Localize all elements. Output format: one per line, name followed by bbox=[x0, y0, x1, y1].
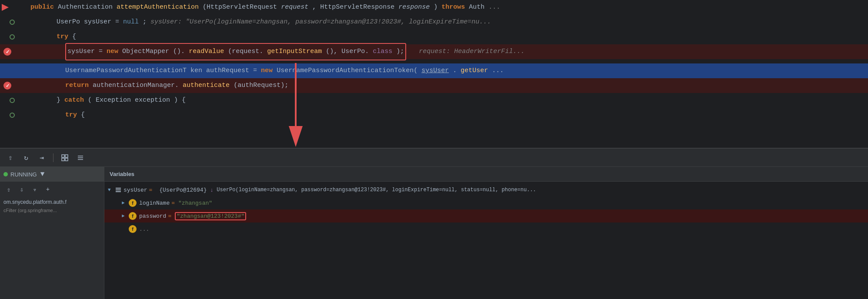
line-code-6: UsernamePasswordAuthenticationT ken auth… bbox=[26, 63, 868, 78]
usernamepassword-ctor: UsernamePasswordAuthenticationToken( bbox=[277, 67, 417, 74]
var-row-password[interactable]: ► f password = "zhangsan@123!2023#" bbox=[104, 209, 868, 223]
password-value: "zhangsan@123!2023#" bbox=[177, 213, 244, 219]
semicolon-2: ; bbox=[143, 18, 150, 26]
code-line-6: UsernamePasswordAuthenticationT ken auth… bbox=[0, 63, 868, 78]
token-text: ken authRequest bbox=[190, 67, 253, 74]
auth-args: (authRequest); bbox=[234, 82, 288, 89]
code-line-7: ✓ return authenticationManager. authenti… bbox=[0, 78, 868, 93]
status-indicator bbox=[3, 172, 8, 176]
class-field: class bbox=[373, 48, 392, 55]
parens2: (), UserPo. bbox=[326, 48, 369, 55]
last-icon: f bbox=[129, 225, 137, 233]
exception-type-8: Exception bbox=[96, 96, 135, 104]
expand-password[interactable]: ► bbox=[122, 213, 129, 219]
debug-thread-name: om.snycedu.platform.auth.f bbox=[0, 197, 104, 207]
sysuser-value: {UserPo@12694} bbox=[156, 187, 210, 193]
loginname-value: "zhangsan" bbox=[178, 200, 212, 206]
userpo-type: UserPo bbox=[57, 18, 84, 26]
code-line-1: public Authentication attemptAuthenticat… bbox=[0, 0, 868, 15]
semicolon-4: ); bbox=[396, 48, 404, 55]
indent-6 bbox=[30, 67, 65, 74]
getinputstream: getInputStream bbox=[267, 48, 322, 55]
list-icon bbox=[77, 154, 84, 161]
gutter-4: ✓ bbox=[0, 44, 26, 59]
keyword-public: public bbox=[30, 3, 58, 11]
nav-up-btn[interactable]: ⇧ bbox=[3, 184, 14, 195]
status-dropdown-arrow[interactable]: ▼ bbox=[40, 170, 45, 178]
exception-type: Auth bbox=[469, 3, 484, 11]
svg-rect-9 bbox=[116, 188, 121, 189]
indent-3 bbox=[30, 33, 57, 40]
try-keyword: try bbox=[57, 33, 72, 40]
catch-close: ) { bbox=[174, 96, 186, 104]
param-request: request bbox=[281, 3, 308, 11]
sysuser-assign: sysUser bbox=[67, 48, 99, 55]
debug-nav-buttons: ⇧ ⇩ ▿ + bbox=[0, 182, 104, 197]
line-connector-9 bbox=[10, 113, 15, 118]
code-line-3: try { bbox=[0, 30, 868, 44]
svg-rect-4 bbox=[62, 158, 64, 161]
sysuser-comment: sysUser: "UserPo(loginName=zhangsan, pas… bbox=[150, 18, 491, 26]
svg-rect-5 bbox=[65, 158, 68, 161]
nav-add-btn[interactable]: + bbox=[43, 184, 53, 195]
auth-manager: authenticationManager. bbox=[93, 82, 179, 89]
sysuser-full-value: UserPo(loginName=zhangsan, password=zhan… bbox=[214, 187, 536, 193]
param-response: response bbox=[398, 3, 430, 11]
gutter-8 bbox=[0, 93, 26, 108]
gutter-6 bbox=[0, 63, 26, 78]
method-name: attemptAuthentication bbox=[117, 3, 199, 11]
exception-var: exception bbox=[135, 96, 170, 104]
return-keyword: return bbox=[65, 82, 93, 89]
code-line-5 bbox=[0, 59, 868, 63]
line-connector-3 bbox=[10, 34, 15, 40]
var-row-loginname[interactable]: ► f loginName = "zhangsan" bbox=[104, 196, 868, 209]
sysuser-name: sysUser bbox=[124, 187, 147, 193]
execution-arrow bbox=[2, 4, 9, 11]
paren-close: ) bbox=[434, 3, 441, 11]
grid-icon bbox=[61, 154, 68, 161]
sysuser-var: sysUser bbox=[84, 18, 115, 26]
debug-toolbar: ⇧ ↻ ⇥ bbox=[0, 149, 868, 167]
sysuser-getuser: sysUser bbox=[421, 67, 449, 74]
sysuser-list-icon bbox=[115, 187, 122, 193]
paren-open: (HttpServletRequest bbox=[203, 3, 281, 11]
expand-loginname[interactable]: ► bbox=[122, 200, 129, 206]
list-var-icon bbox=[115, 187, 121, 193]
gutter-1 bbox=[0, 0, 26, 15]
gutter-2 bbox=[0, 15, 26, 30]
comma: , HttpServletResponse bbox=[312, 3, 398, 11]
debug-panel: ⇧ ↻ ⇥ RUNNING ▼ bbox=[0, 148, 868, 299]
breakpoint-7: ✓ bbox=[3, 82, 11, 90]
expand-sysuser[interactable]: ▼ bbox=[108, 187, 115, 193]
new-kw-6: new bbox=[261, 67, 277, 74]
debug-status-row[interactable]: RUNNING ▼ bbox=[0, 167, 104, 182]
step-over-btn[interactable]: ⇥ bbox=[36, 152, 48, 164]
truncated-6: ... bbox=[492, 67, 504, 74]
gutter-9 bbox=[0, 108, 26, 123]
catch-args: ( bbox=[88, 96, 92, 104]
grid-btn[interactable] bbox=[59, 152, 71, 164]
indent-8 bbox=[30, 96, 57, 104]
loginname-name: loginName bbox=[139, 200, 170, 206]
nav-filter-btn[interactable]: ▿ bbox=[30, 184, 40, 195]
objectmapper: ObjectMapper bbox=[122, 48, 169, 55]
line-connector-2 bbox=[10, 20, 15, 25]
list-btn[interactable] bbox=[74, 152, 87, 164]
password-icon: f bbox=[129, 212, 137, 220]
code-line-8: } catch ( Exception exception ) { bbox=[0, 93, 868, 108]
line-code-4: sysUser = new ObjectMapper (). readValue… bbox=[26, 43, 868, 60]
svg-rect-10 bbox=[116, 189, 121, 190]
password-name: password bbox=[139, 213, 166, 219]
loginname-icon: f bbox=[129, 199, 137, 207]
var-row-last[interactable]: f ... bbox=[104, 223, 868, 236]
nav-down-btn[interactable]: ⇩ bbox=[17, 184, 27, 195]
up-arrow-btn[interactable]: ⇧ bbox=[4, 152, 17, 164]
reload-btn[interactable]: ↻ bbox=[20, 152, 32, 164]
var-row-sysuser[interactable]: ▼ sysUser = {UserPo@12694} ↓ UserPo(logi… bbox=[104, 183, 868, 196]
indent-7 bbox=[30, 82, 65, 89]
sysuser-pointer: ↓ bbox=[210, 187, 214, 193]
usernamepassword-type: UsernamePasswordAuthenticationT bbox=[65, 67, 187, 74]
line-code-7: return authenticationManager. authentica… bbox=[26, 78, 868, 93]
getuser-method: getUser bbox=[461, 67, 488, 74]
new-keyword: new bbox=[107, 48, 122, 55]
